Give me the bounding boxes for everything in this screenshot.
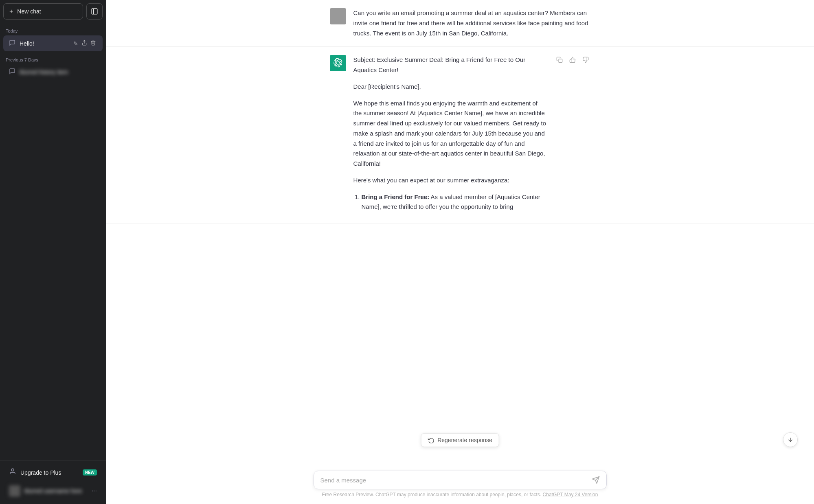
chat-item-previous[interactable]: blurred history item [3,64,103,80]
regenerate-bar[interactable]: Regenerate response [421,433,499,447]
user-message-row: Can you write an email promoting a summe… [106,0,814,47]
user-avatar-msg [330,8,346,24]
svg-rect-0 [92,9,97,14]
footer-text: Free Research Preview. ChatGPT may produ… [322,492,542,497]
previous-label: Previous 7 Days [0,52,106,64]
upgrade-to-plus-button[interactable]: Upgrade to Plus NEW [3,464,103,481]
intro-list: Here's what you can expect at our summer… [353,175,547,186]
new-chat-button[interactable]: + New chat [3,3,83,20]
thumbs-down-button[interactable] [581,55,590,65]
user-message-text: Can you write an email promoting a summe… [353,9,588,37]
copy-button[interactable] [555,55,564,65]
sidebar: + New chat Today Hello! ✎ Previous 7 Day… [0,0,106,504]
regen-icon [428,437,434,443]
edit-chat-button[interactable]: ✎ [72,39,79,48]
chat-item-prev-label: blurred history item [20,69,97,75]
thumbs-up-button[interactable] [568,55,577,65]
chat-bubble-prev-icon [9,68,15,76]
toggle-sidebar-button[interactable] [86,3,103,20]
layout-icon [91,8,98,15]
user-more-button[interactable]: ··· [92,487,97,495]
delete-chat-button[interactable] [90,39,97,48]
input-area: Free Research Preview. ChatGPT may produ… [106,464,814,504]
assistant-message-row: Subject: Exclusive Summer Deal: Bring a … [106,47,814,224]
user-item[interactable]: blurred username here ··· [3,481,103,501]
sidebar-bottom: Upgrade to Plus NEW blurred username her… [0,460,106,504]
sidebar-top: + New chat [0,0,106,23]
chat-messages: Can you write an email promoting a summe… [106,0,814,464]
svg-point-3 [11,469,14,471]
user-message-content: Can you write an email promoting a summe… [353,8,590,38]
upgrade-label: Upgrade to Plus [20,469,61,476]
regen-label: Regenerate response [437,437,492,443]
greeting: Dear [Recipient's Name], [353,82,547,92]
input-box [314,471,607,489]
sidebar-spacer [0,80,106,460]
assistant-message-inner: Subject: Exclusive Summer Deal: Bring a … [314,55,607,215]
list-item-1: Bring a Friend for Free: As a valued mem… [362,192,547,213]
main-chat: Can you write an email promoting a summe… [106,0,814,504]
gpt-avatar [330,55,346,71]
message-input[interactable] [320,477,592,484]
user-name: blurred username here [24,488,88,494]
input-footer: Free Research Preview. ChatGPT may produ… [314,489,607,501]
export-chat-button[interactable] [81,39,88,48]
plus-icon: + [9,8,13,15]
feature-list: Bring a Friend for Free: As a valued mem… [353,192,547,213]
person-icon [9,468,16,477]
scroll-to-bottom-button[interactable] [783,432,798,447]
send-button[interactable] [592,476,600,484]
new-chat-label: New chat [17,8,41,15]
chat-item-hello[interactable]: Hello! ✎ [3,35,103,51]
chat-bubble-icon [9,39,15,48]
user-avatar [9,485,20,497]
arrow-down-icon [787,436,794,443]
assistant-message-actions [555,55,590,65]
list-item-1-label: Bring a Friend for Free: [362,193,430,200]
new-badge: NEW [83,469,97,476]
subject-line: Subject: Exclusive Summer Deal: Bring a … [353,55,547,75]
user-message-inner: Can you write an email promoting a summe… [314,8,607,38]
body1: We hope this email finds you enjoying th… [353,99,547,169]
chat-item-label: Hello! [20,40,68,47]
assistant-message-content: Subject: Exclusive Summer Deal: Bring a … [353,55,547,215]
today-label: Today [0,23,106,35]
svg-rect-4 [559,59,562,63]
send-icon [592,476,600,484]
footer-link[interactable]: ChatGPT May 24 Version [543,492,598,497]
chat-item-actions: ✎ [72,39,97,48]
